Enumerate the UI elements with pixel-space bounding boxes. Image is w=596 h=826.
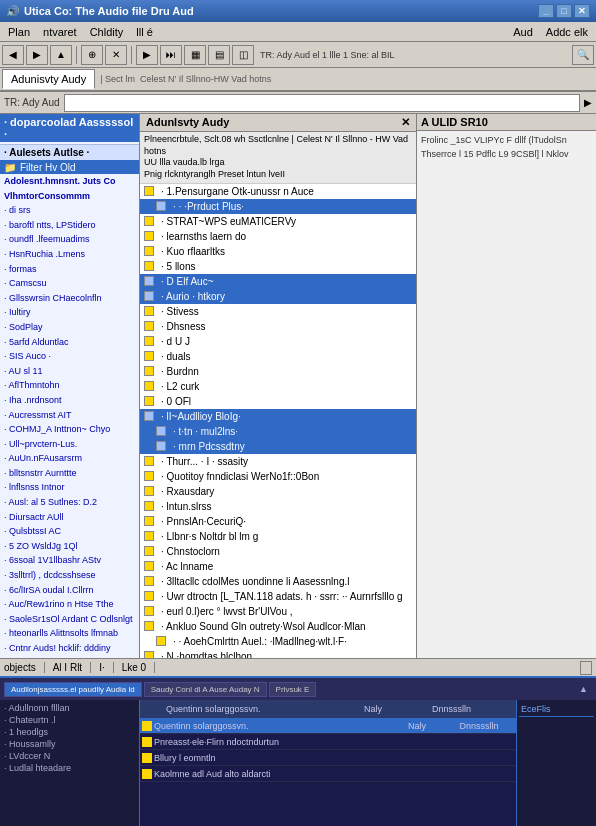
- tab-adunlsvty[interactable]: Adunisvty Audy: [2, 69, 95, 89]
- bottom-left-item-2[interactable]: · 1 heodlgs: [2, 726, 137, 738]
- center-list-item-11[interactable]: · duals: [140, 349, 416, 364]
- center-list-item-21[interactable]: · lntun.slrss: [140, 499, 416, 514]
- address-go[interactable]: ▶: [584, 97, 592, 108]
- left-item-24[interactable]: · QulsbtssI AC: [0, 524, 139, 539]
- center-list-item-0[interactable]: · 1.Pensurgane Otk-unussr n Auce: [140, 184, 416, 199]
- left-item-filterhv[interactable]: 📁 Filter Hv Old: [0, 160, 139, 174]
- left-item-5[interactable]: · HsnRuchia .Lmens: [0, 247, 139, 262]
- left-item-12[interactable]: · SIS Auco ·: [0, 349, 139, 364]
- bottom-row-0[interactable]: Quentinn solarggossvn.NalyDnnssslln: [140, 718, 516, 734]
- left-item-26[interactable]: · 6ssoal 1V1llbashr AStv: [0, 553, 139, 568]
- center-list-item-20[interactable]: · Rxausdary: [140, 484, 416, 499]
- left-item-2[interactable]: · di srs: [0, 203, 139, 218]
- bottom-tab-1[interactable]: Audllonjsasssss.el paudlly Audia ld: [4, 682, 142, 697]
- maximize-button[interactable]: □: [556, 4, 572, 18]
- left-item-8[interactable]: · Gllsswrsin CHaecolnfln: [0, 291, 139, 306]
- bottom-row-3[interactable]: Kaolmne adl Aud alto aldarcti: [140, 766, 516, 782]
- left-item-29[interactable]: · Auc/Rew1rino n Htse Tthe: [0, 597, 139, 612]
- next-button[interactable]: ⏭: [160, 45, 182, 65]
- tool-5[interactable]: ◫: [232, 45, 254, 65]
- center-list-item-24[interactable]: · Chnstoclorn: [140, 544, 416, 559]
- left-item-22[interactable]: · Ausl: al 5 Sutlnes: D.2: [0, 495, 139, 510]
- center-list-item-29[interactable]: · Ankluo Sound Gln outrety·Wsol Audlcor·…: [140, 619, 416, 634]
- play-button[interactable]: ▶: [136, 45, 158, 65]
- center-list-item-1[interactable]: · · ·Prrduct Plus·: [140, 199, 416, 214]
- center-list-item-19[interactable]: · Quotitoy fnndiclasi WerNo1f::0Bon: [140, 469, 416, 484]
- bottom-tab-2[interactable]: Saudy Conl dl A Ause Auday N: [144, 682, 267, 697]
- center-list-item-2[interactable]: · STRAT~WPS euMATlCERVy: [140, 214, 416, 229]
- bottom-left-item-1[interactable]: · Chateurtn .l: [2, 714, 137, 726]
- center-list-item-16[interactable]: · t·tn · mul2lns·: [140, 424, 416, 439]
- center-list-item-8[interactable]: · Stivess: [140, 304, 416, 319]
- left-item-11[interactable]: · 5arfd Alduntlac: [0, 335, 139, 350]
- left-item-1[interactable]: VlhmtorConsommm: [0, 189, 139, 204]
- left-item-30[interactable]: · SaoleSr1sOl Ardant C Odlsnlgt: [0, 612, 139, 627]
- left-item-14[interactable]: · AflThmntohn: [0, 378, 139, 393]
- bottom-expand[interactable]: ▲: [575, 684, 592, 694]
- scrollbar-thumb[interactable]: [580, 661, 592, 675]
- left-item-23[interactable]: · Diursactr AUll: [0, 510, 139, 525]
- close-button[interactable]: ✕: [574, 4, 590, 18]
- left-item-9[interactable]: · Iultiry: [0, 305, 139, 320]
- address-input[interactable]: [64, 94, 580, 112]
- center-list-item-5[interactable]: · 5 llons: [140, 259, 416, 274]
- left-item-13[interactable]: · AU sl 11: [0, 364, 139, 379]
- center-list-item-7[interactable]: · Aurio · htkory: [140, 289, 416, 304]
- menu-lll[interactable]: lll é: [130, 23, 159, 41]
- menu-chldity[interactable]: Chldity: [84, 23, 130, 41]
- left-item-17[interactable]: · COHMJ_A Inttnon~ Chyo: [0, 422, 139, 437]
- bottom-row-2[interactable]: Bllury l eomntln: [140, 750, 516, 766]
- left-item-25[interactable]: · 5 ZO WsldJg 1Ql: [0, 539, 139, 554]
- center-list-item-12[interactable]: · Burdnn: [140, 364, 416, 379]
- left-item-7[interactable]: · Camscsu: [0, 276, 139, 291]
- center-list-item-26[interactable]: · 3lltacllc cdolMes uondinne li Aasessnl…: [140, 574, 416, 589]
- tool-3[interactable]: ▦: [184, 45, 206, 65]
- menu-ntvaret[interactable]: ntvaret: [37, 23, 83, 41]
- bottom-left-item-0[interactable]: · Adullnonn flllan: [2, 702, 137, 714]
- left-item-3[interactable]: · baroftl ntts, LPStidero: [0, 218, 139, 233]
- bottom-tab-3[interactable]: Prlvsuk E: [269, 682, 317, 697]
- left-item-27[interactable]: · 3slltrrl) , dcdcsshsese: [0, 568, 139, 583]
- menu-plan[interactable]: Plan: [2, 23, 36, 41]
- center-list-item-3[interactable]: · learnsths laern do: [140, 229, 416, 244]
- menu-aud[interactable]: Aud: [507, 23, 539, 41]
- center-list-item-22[interactable]: · PnnslAn·CecuriQ·: [140, 514, 416, 529]
- left-item-16[interactable]: · Aucressmst AIT: [0, 408, 139, 423]
- forward-button[interactable]: ▶: [26, 45, 48, 65]
- search-btn[interactable]: 🔍: [572, 45, 594, 65]
- center-close-icon[interactable]: ✕: [401, 116, 410, 129]
- center-list-item-14[interactable]: · 0 OFl: [140, 394, 416, 409]
- center-list-item-28[interactable]: · eurl 0.l)erc ° lwvst Br'UlVou ,: [140, 604, 416, 619]
- stop-button[interactable]: ✕: [105, 45, 127, 65]
- center-list-item-23[interactable]: · Llbnr·s Noltdr bl lm g: [140, 529, 416, 544]
- left-item-4[interactable]: · oundfl .lfeemuadims: [0, 232, 139, 247]
- center-list-item-10[interactable]: · d U J: [140, 334, 416, 349]
- menu-addc[interactable]: Addc elk: [540, 23, 594, 41]
- center-list-item-17[interactable]: · mrn Pdcssdtny: [140, 439, 416, 454]
- bottom-left-item-5[interactable]: · Ludlal hteadare: [2, 762, 137, 774]
- back-button[interactable]: ◀: [2, 45, 24, 65]
- center-list-item-18[interactable]: · Thurr... · I · ssasity: [140, 454, 416, 469]
- bottom-left-item-3[interactable]: · Houssamlly: [2, 738, 137, 750]
- center-list-item-25[interactable]: · Ac lnname: [140, 559, 416, 574]
- center-list-item-4[interactable]: · Kuo rflaarltks: [140, 244, 416, 259]
- bottom-row-1[interactable]: Pnreasst·ele·Flirn ndoctndurtun: [140, 734, 516, 750]
- bottom-left-item-4[interactable]: · LVdccer N: [2, 750, 137, 762]
- center-list-item-27[interactable]: · Uwr dtroctn [L_TAN.118 adats. h · ssrr…: [140, 589, 416, 604]
- left-item-21[interactable]: · lnflsnss Intnor: [0, 480, 139, 495]
- center-list-item-30[interactable]: · · AoehCmlrttn Auel.: ·lMadllneg·wlt.l·…: [140, 634, 416, 649]
- center-list-item-9[interactable]: · Dhsness: [140, 319, 416, 334]
- left-item-15[interactable]: · Iha .nrdnsont: [0, 393, 139, 408]
- center-list-item-15[interactable]: · lI~Audllioy BloIg·: [140, 409, 416, 424]
- left-item-28[interactable]: · 6c/lIrSA oudal I.Cllrrn: [0, 583, 139, 598]
- minimize-button[interactable]: _: [538, 4, 554, 18]
- left-item-10[interactable]: · SodPlay: [0, 320, 139, 335]
- left-item-19[interactable]: · AuUn.nFAusarsrm: [0, 451, 139, 466]
- left-item-6[interactable]: · formas: [0, 262, 139, 277]
- left-item-18[interactable]: · Ull~prvctern-Lus.: [0, 437, 139, 452]
- left-item-31[interactable]: · hteonarlls Alittnsolts lfmnab: [0, 626, 139, 641]
- left-item-32[interactable]: · Cntnr Auds! hcklif: dddiny: [0, 641, 139, 656]
- up-button[interactable]: ▲: [50, 45, 72, 65]
- center-list-item-13[interactable]: · L2 curk: [140, 379, 416, 394]
- left-item-20[interactable]: · blltsnstrr Aurnttte: [0, 466, 139, 481]
